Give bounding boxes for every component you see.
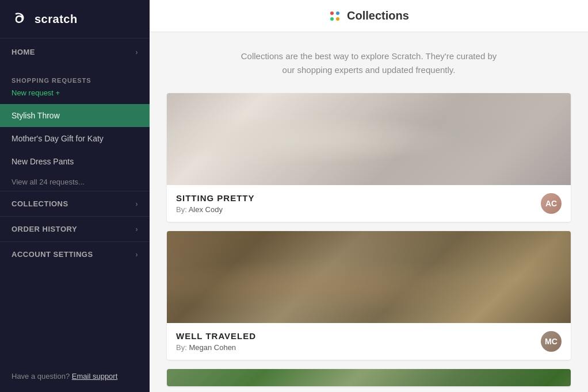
collection-card-plants[interactable]: [167, 369, 571, 386]
header-title-area: Collections: [329, 9, 409, 22]
avatar-image-alex: AC: [541, 193, 562, 214]
view-all-requests-link[interactable]: View all 24 requests...: [0, 173, 150, 191]
logo-area: scratch: [0, 0, 150, 39]
collection-image-sitting-pretty: [167, 93, 571, 185]
app-name: scratch: [35, 13, 78, 26]
collection-text-sitting-pretty: SITTING PRETTY By: Alex Cody: [176, 193, 255, 214]
shopping-requests-section: SHOPPING REQUESTS New request + Stylish …: [0, 66, 150, 191]
sidebar-item-stylish-throw[interactable]: Stylish Throw: [0, 104, 150, 127]
sidebar-footer: Have a question? Email support: [0, 360, 150, 392]
page-header: Collections: [150, 0, 588, 32]
order-history-nav-item[interactable]: ORDER HISTORY ›: [0, 216, 150, 241]
email-support-link[interactable]: Email support: [72, 372, 117, 381]
sidebar-item-mothers-day[interactable]: Mother's Day Gift for Katy: [0, 127, 150, 150]
account-settings-chevron-icon: ›: [136, 251, 139, 259]
home-chevron-icon: ›: [136, 48, 139, 56]
main-content: Collections Collections are the best way…: [150, 0, 588, 392]
sidebar-item-dress-pants[interactable]: New Dress Pants: [0, 150, 150, 173]
collections-chevron-icon: ›: [136, 200, 139, 208]
collection-by-sitting-pretty: By: Alex Cody: [176, 205, 255, 214]
collection-title-well-traveled: WELL TRAVELED: [176, 331, 256, 341]
svg-point-0: [330, 11, 334, 15]
collections-nav-item[interactable]: COLLECTIONS ›: [0, 191, 150, 216]
collections-content: Collections are the best way to explore …: [150, 32, 588, 392]
collection-card-sitting-pretty[interactable]: SITTING PRETTY By: Alex Cody AC: [167, 93, 571, 222]
order-history-chevron-icon: ›: [136, 225, 139, 233]
avatar-alex-cody: AC: [541, 193, 562, 214]
collection-card-well-traveled[interactable]: WELL TRAVELED By: Megan Cohen MC: [167, 231, 571, 360]
account-settings-nav-item[interactable]: ACCOUNT SETTINGS ›: [0, 241, 150, 267]
page-title: Collections: [347, 9, 409, 22]
new-request-button[interactable]: New request +: [0, 87, 150, 104]
svg-point-3: [336, 17, 339, 21]
collections-subtitle: Collections are the best way to explore …: [167, 49, 571, 77]
collections-header-icon: [329, 10, 341, 22]
collection-by-well-traveled: By: Megan Cohen: [176, 343, 256, 352]
avatar-megan-cohen: MC: [541, 331, 562, 352]
svg-point-2: [330, 17, 334, 21]
sidebar: scratch HOME › SHOPPING REQUESTS New req…: [0, 0, 150, 392]
sidebar-home-item[interactable]: HOME ›: [0, 39, 150, 66]
collection-info-well-traveled: WELL TRAVELED By: Megan Cohen MC: [167, 323, 571, 360]
collection-title-sitting-pretty: SITTING PRETTY: [176, 193, 255, 203]
avatar-image-megan: MC: [541, 331, 562, 352]
svg-point-1: [336, 11, 339, 15]
shopping-requests-label: SHOPPING REQUESTS: [0, 66, 150, 87]
collection-image-plants: [167, 369, 571, 386]
collection-text-well-traveled: WELL TRAVELED By: Megan Cohen: [176, 331, 256, 352]
scratch-logo-icon: [12, 10, 29, 28]
collection-image-well-traveled: [167, 231, 571, 323]
collection-info-sitting-pretty: SITTING PRETTY By: Alex Cody AC: [167, 185, 571, 222]
